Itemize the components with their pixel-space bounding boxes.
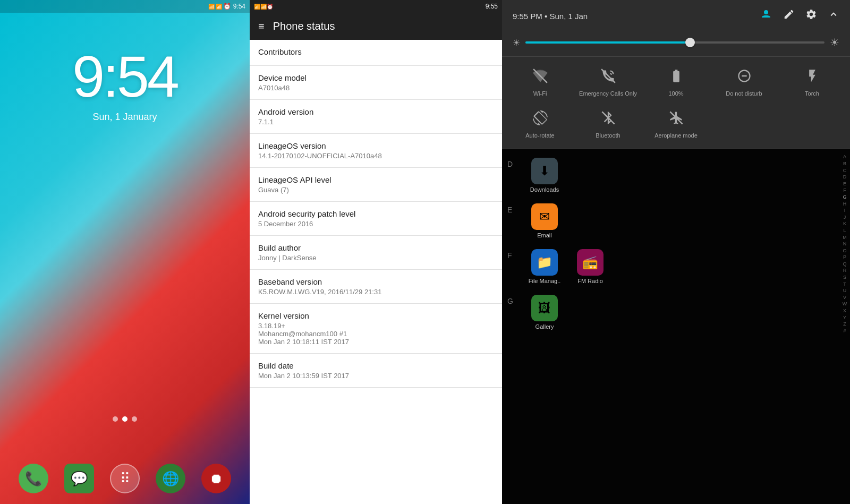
collapse-icon[interactable]	[828, 8, 839, 23]
alpha-t[interactable]: T	[843, 281, 846, 288]
alpha-d[interactable]: D	[843, 174, 847, 181]
app-gallery[interactable]: 🖼 Gallery	[523, 291, 566, 334]
phone-status-bar: 📶📶⏰ 9:55	[250, 0, 502, 13]
phone-status-content: Contributors Device model A7010a48 Andro…	[250, 40, 502, 504]
app-section-d: D ⬇ Downloads	[507, 153, 834, 197]
dnd-icon	[737, 69, 752, 87]
brightness-row: ☀ ☀	[502, 32, 850, 57]
airplane-icon	[669, 110, 684, 129]
app-section-f: F 📁 File Manag.. 📻 FM Radio	[507, 245, 834, 288]
alpha-i[interactable]: I	[844, 207, 846, 214]
alpha-g[interactable]: G	[843, 194, 846, 201]
tile-empty2	[779, 104, 845, 143]
dock-browser[interactable]: 🌐	[156, 464, 185, 493]
app-fm-radio[interactable]: 📻 FM Radio	[569, 245, 611, 288]
lock-signal-icon: 📶	[208, 4, 215, 10]
security-patch-label: Android security patch level	[258, 209, 494, 218]
alpha-v[interactable]: V	[843, 294, 846, 301]
lineageos-version-label: LineageOS version	[258, 141, 494, 150]
alpha-j[interactable]: J	[844, 214, 846, 221]
notif-datetime: 9:55 PM • Sun, 1 Jan	[513, 12, 588, 21]
edit-icon[interactable]	[783, 8, 795, 23]
torch-tile-label: Torch	[805, 90, 819, 97]
alpha-r[interactable]: R	[843, 267, 847, 274]
alpha-a[interactable]: A	[843, 153, 846, 160]
app-drawer: D ⬇ Downloads E ✉ Email	[502, 149, 850, 504]
tile-torch[interactable]: Torch	[779, 62, 845, 101]
notif-header: 9:55 PM • Sun, 1 Jan	[502, 0, 850, 32]
dock-record[interactable]: ⏺	[201, 464, 231, 493]
app-downloads[interactable]: ⬇ Downloads	[523, 153, 566, 197]
status-lineageos-version: LineageOS version 14.1-20170102-UNOFFICI…	[250, 134, 502, 168]
section-letter-g: G	[507, 291, 523, 305]
gallery-icon: 🖼	[531, 295, 558, 321]
svg-point-0	[764, 10, 768, 14]
lock-dot-3	[132, 416, 137, 422]
user-icon[interactable]	[760, 8, 772, 24]
alpha-y[interactable]: Y	[843, 314, 846, 321]
brightness-slider[interactable]	[525, 41, 824, 44]
app-list: D ⬇ Downloads E ✉ Email	[502, 149, 839, 504]
alpha-s[interactable]: S	[843, 274, 846, 281]
kernel-value: 3.18.19+ Mohancm@mohancm100 #1 Mon Jan 2…	[258, 322, 494, 346]
alpha-q[interactable]: Q	[843, 261, 846, 268]
alpha-z[interactable]: Z	[843, 321, 846, 328]
tile-battery[interactable]: 100%	[643, 62, 709, 101]
email-icon: ✉	[531, 203, 558, 230]
dock-messages[interactable]: 💬	[64, 464, 94, 493]
lineageos-api-value: Guava (7)	[258, 186, 494, 194]
build-date-label: Build date	[258, 361, 494, 370]
dnd-tile-label: Do not disturb	[726, 90, 762, 97]
alpha-hash[interactable]: #	[843, 328, 846, 335]
notif-header-icons	[760, 8, 839, 24]
battery-tile-label: 100%	[668, 90, 683, 97]
tile-autorotate[interactable]: Auto-rotate	[507, 104, 573, 143]
tile-dnd[interactable]: Do not disturb	[711, 62, 777, 101]
tile-emergency[interactable]: Emergency Calls Only	[575, 62, 641, 101]
app-file-manager[interactable]: 📁 File Manag..	[523, 245, 566, 288]
app-email[interactable]: ✉ Email	[523, 199, 566, 243]
phone-status-header: ≡ Phone status	[250, 13, 502, 40]
lock-alarm-icon: ⏰	[223, 3, 231, 10]
alpha-f[interactable]: F	[843, 187, 846, 194]
lock-dock: 📞 💬 ⠿ 🌐 ⏺	[0, 464, 250, 493]
alpha-n[interactable]: N	[843, 241, 847, 247]
bluetooth-tile-label: Bluetooth	[596, 132, 620, 139]
alpha-l[interactable]: L	[843, 227, 846, 234]
alpha-e[interactable]: E	[843, 181, 846, 187]
status-baseband: Baseband version K5.ROW.M.LWG.V19, 2016/…	[250, 270, 502, 304]
alpha-k[interactable]: K	[843, 220, 846, 227]
dock-apps[interactable]: ⠿	[110, 464, 140, 493]
alpha-c[interactable]: C	[843, 167, 847, 174]
alpha-x[interactable]: X	[843, 307, 846, 314]
alpha-b[interactable]: B	[843, 160, 846, 167]
file-manager-icon: 📁	[531, 249, 558, 276]
alpha-u[interactable]: U	[843, 287, 847, 294]
tile-empty	[711, 104, 777, 143]
status-device-model: Device model A7010a48	[250, 66, 502, 100]
alpha-m[interactable]: M	[843, 234, 847, 241]
alpha-o[interactable]: O	[843, 247, 846, 254]
status-lineageos-api: LineageOS API level Guava (7)	[250, 168, 502, 202]
tile-bluetooth[interactable]: Bluetooth	[575, 104, 641, 143]
battery-icon	[669, 69, 684, 87]
alpha-w[interactable]: W	[843, 301, 847, 307]
alpha-p[interactable]: P	[843, 254, 846, 261]
settings-icon[interactable]	[805, 8, 817, 23]
tile-airplane[interactable]: Aeroplane mode	[643, 104, 709, 143]
build-author-label: Build author	[258, 243, 494, 252]
fm-radio-icon: 📻	[577, 249, 604, 276]
alpha-h[interactable]: H	[843, 201, 847, 208]
dock-phone[interactable]: 📞	[19, 464, 48, 493]
brightness-icon-right: ☀	[830, 36, 839, 49]
app-section-g: G 🖼 Gallery	[507, 291, 834, 334]
status-contributors[interactable]: Contributors	[250, 40, 502, 66]
hamburger-menu-icon[interactable]: ≡	[258, 20, 265, 32]
torch-icon	[805, 69, 820, 87]
file-manager-label: File Manag..	[529, 278, 561, 284]
lineageos-version-value: 14.1-20170102-UNOFFICIAL-A7010a48	[258, 152, 494, 160]
wifi-off-icon	[533, 69, 548, 87]
phone-status-panel: 📶📶⏰ 9:55 ≡ Phone status Contributors Dev…	[250, 0, 502, 504]
app-section-e: E ✉ Email	[507, 199, 834, 243]
tile-wifi[interactable]: Wi-Fi	[507, 62, 573, 101]
